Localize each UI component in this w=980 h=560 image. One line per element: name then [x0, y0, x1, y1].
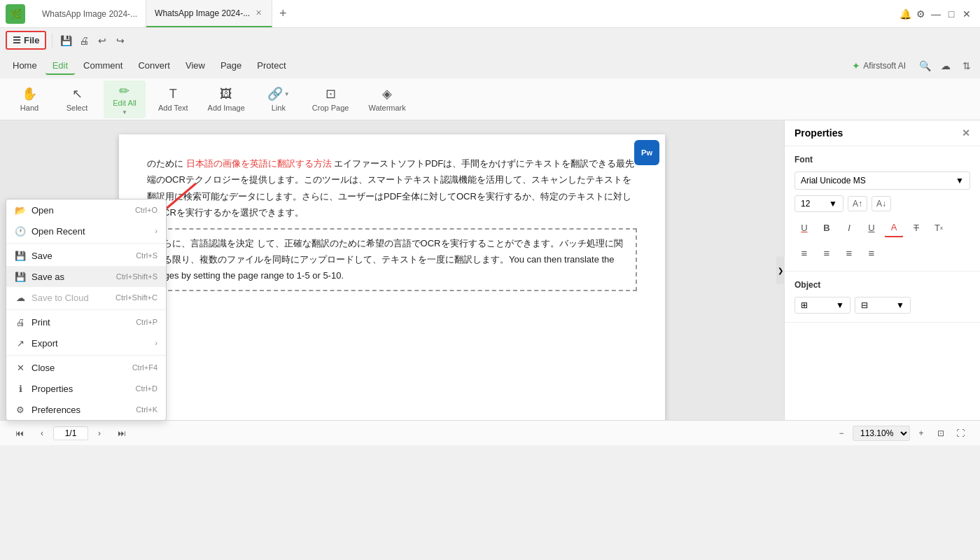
- zoom-out-btn[interactable]: −: [833, 425, 850, 442]
- add-text-tool[interactable]: T Add Text: [151, 84, 195, 115]
- tab-2[interactable]: WhatsApp Image 2024-... ✕: [146, 0, 272, 27]
- underline-color-btn[interactable]: U: [794, 218, 814, 237]
- first-page-btn[interactable]: ⏮: [11, 425, 28, 442]
- menu-save-as[interactable]: 💾 Save as Ctrl+Shift+S: [6, 266, 166, 287]
- save-shortcut: Ctrl+S: [136, 251, 158, 260]
- properties-panel: ❯ Properties ✕ Font Arial Unicode MS ▼ 1…: [784, 120, 980, 420]
- menu-close[interactable]: ✕ Close Ctrl+F4: [6, 357, 166, 378]
- document-text-block[interactable]: のために 日本語の画像を英語に翻訳する方法 エイファーストソフトPDFは、手間を…: [147, 155, 637, 221]
- settings-icon[interactable]: ⚙: [916, 9, 925, 19]
- tab-1[interactable]: WhatsApp Image 2024-...: [34, 0, 146, 27]
- object-section-title: Object: [794, 280, 970, 290]
- print-label: Print: [31, 317, 50, 328]
- menu-protect[interactable]: Protect: [250, 57, 293, 75]
- panel-close-btn[interactable]: ✕: [962, 127, 970, 139]
- open-icon: 📂: [15, 204, 26, 216]
- title-bar-left: 🌿: [0, 4, 31, 24]
- hamburger-icon: ☰: [13, 35, 21, 46]
- close-btn[interactable]: ✕: [962, 9, 972, 19]
- save-cloud-icon: ☁: [15, 292, 26, 303]
- edit-all-tool[interactable]: ✏ Edit All ▼: [104, 80, 146, 118]
- open-recent-icon: 🕐: [15, 225, 26, 237]
- menu-comment[interactable]: Comment: [76, 57, 130, 75]
- link-label: Link: [272, 104, 286, 112]
- save-quick-icon[interactable]: 💾: [58, 33, 74, 48]
- menu-save-cloud: ☁ Save to Cloud Ctrl+Shift+C: [6, 287, 166, 308]
- undo-icon[interactable]: ↩: [94, 33, 110, 48]
- underline-btn[interactable]: U: [862, 218, 881, 237]
- fullscreen-btn[interactable]: ⛶: [952, 425, 969, 442]
- hand-tool[interactable]: ✋ Hand: [8, 83, 50, 115]
- fit-page-btn[interactable]: ⊡: [932, 425, 949, 442]
- add-image-tool[interactable]: 🖼 Add Image: [201, 84, 252, 115]
- selected-text-block[interactable]: さらに、言語認識を決定 して、正確な翻訳のために希望の言語でOCRを実行すること…: [147, 228, 637, 291]
- edit-all-arrow: ▼: [122, 109, 127, 115]
- font-name-select[interactable]: Arial Unicode MS ▼: [794, 172, 970, 190]
- menu-edit[interactable]: Edit: [46, 57, 75, 75]
- add-image-icon: 🖼: [220, 87, 232, 102]
- document-page: Pw のために 日本語の画像を英語に翻訳する方法 エイファーストソフトPDFは、…: [119, 134, 665, 420]
- ai-label: Afirstsoft AI: [863, 61, 906, 71]
- menu-open-recent[interactable]: 🕐 Open Recent ›: [6, 220, 166, 241]
- panel-collapse-btn[interactable]: ❯: [776, 256, 785, 284]
- align-left-btn[interactable]: ≡: [794, 243, 814, 262]
- zoom-in-btn[interactable]: +: [913, 425, 930, 442]
- page-nav: ‹ ›: [34, 425, 108, 442]
- font-size-decrease[interactable]: A↓: [872, 196, 891, 211]
- redo-icon[interactable]: ↪: [113, 33, 128, 48]
- object-select-2[interactable]: ⊟ ▼: [855, 297, 911, 314]
- search-icon[interactable]: 🔍: [917, 58, 932, 74]
- menu-view[interactable]: View: [178, 57, 212, 75]
- bold-btn[interactable]: B: [817, 218, 836, 237]
- print-quick-icon[interactable]: 🖨: [76, 33, 92, 48]
- menu-open[interactable]: 📂 Open Ctrl+O: [6, 200, 166, 220]
- afirstsoft-ai-btn[interactable]: ✦ Afirstsoft AI: [846, 58, 911, 74]
- select-tool[interactable]: ↖ Select: [56, 83, 98, 115]
- select-label: Select: [66, 104, 88, 112]
- font-size-select[interactable]: 12 ▼: [794, 195, 844, 212]
- menu-properties[interactable]: ℹ Properties Ctrl+D: [6, 378, 166, 399]
- save-cloud-label: Save to Cloud: [31, 293, 89, 303]
- zoom-select[interactable]: 113.10%: [853, 426, 910, 441]
- page-input[interactable]: [53, 426, 88, 440]
- font-section-title: Font: [794, 155, 970, 164]
- tab-2-close[interactable]: ✕: [254, 7, 263, 19]
- object-select-1[interactable]: ⊞ ▼: [794, 297, 850, 314]
- cloud-sync-icon[interactable]: ⇅: [959, 58, 974, 74]
- align-center-btn[interactable]: ≡: [817, 243, 836, 262]
- strikethrough-btn[interactable]: T: [906, 218, 926, 237]
- cloud-icon[interactable]: ☁: [938, 58, 953, 74]
- menu-page[interactable]: Page: [214, 57, 248, 75]
- superscript-btn[interactable]: Tx: [929, 218, 948, 237]
- notification-icon[interactable]: 🔔: [900, 9, 910, 19]
- quick-toolbar: ☰ File 💾 🖨 ↩ ↪: [0, 28, 980, 53]
- prev-page-btn[interactable]: ‹: [34, 425, 50, 442]
- align-justify-btn[interactable]: ≡: [862, 243, 881, 262]
- properties-label: Properties: [31, 384, 73, 394]
- menu-save[interactable]: 💾 Save Ctrl+S: [6, 245, 166, 266]
- file-dropdown-menu: 📂 Open Ctrl+O 🕐 Open Recent › 💾 Save Ctr…: [6, 199, 167, 421]
- menu-home[interactable]: Home: [6, 57, 44, 75]
- align-right-btn[interactable]: ≡: [839, 243, 859, 262]
- watermark-tool[interactable]: ◈ Watermark: [361, 83, 412, 115]
- file-button[interactable]: ☰ File: [6, 31, 46, 50]
- panel-title: Properties: [794, 127, 843, 139]
- menu-convert[interactable]: Convert: [131, 57, 177, 75]
- maximize-btn[interactable]: □: [946, 9, 956, 19]
- next-page-btn[interactable]: ›: [91, 425, 108, 442]
- link-arrow: ▼: [284, 91, 290, 97]
- font-color-btn[interactable]: A: [884, 218, 904, 237]
- italic-btn[interactable]: I: [839, 218, 859, 237]
- properties-shortcut: Ctrl+D: [136, 384, 158, 393]
- minimize-btn[interactable]: —: [931, 9, 941, 19]
- menu-print[interactable]: 🖨 Print Ctrl+P: [6, 312, 166, 332]
- font-size-increase[interactable]: A↑: [848, 196, 867, 211]
- new-tab-btn[interactable]: +: [272, 6, 294, 21]
- menu-export[interactable]: ↗ Export ›: [6, 332, 166, 354]
- crop-page-tool[interactable]: ⊡ Crop Page: [305, 83, 356, 115]
- obj-arrow-1: ▼: [836, 300, 844, 310]
- title-bar: 🌿 WhatsApp Image 2024-... WhatsApp Image…: [0, 0, 980, 28]
- menu-preferences[interactable]: ⚙ Preferences Ctrl+K: [6, 399, 166, 420]
- last-page-btn[interactable]: ⏭: [113, 425, 130, 442]
- link-tool[interactable]: 🔗 ▼ Link: [258, 83, 300, 115]
